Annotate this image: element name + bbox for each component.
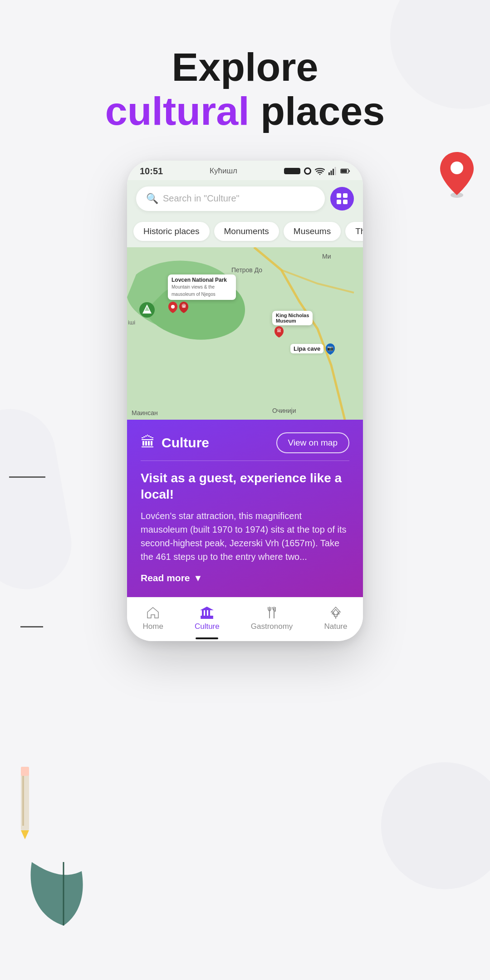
- culture-card-header: 🏛 Culture View on map: [141, 432, 349, 453]
- status-indicators: [284, 167, 350, 175]
- pin-lovcen-name: Lovcen National Park: [172, 277, 227, 283]
- svg-text:Петров До: Петров До: [231, 266, 262, 274]
- culture-icon: [200, 606, 214, 619]
- view-on-map-button[interactable]: View on map: [276, 432, 350, 453]
- svg-rect-14: [337, 193, 341, 198]
- bg-decoration-mid: [0, 402, 78, 597]
- deco-line-left2: [20, 626, 43, 627]
- svg-point-6: [319, 174, 321, 175]
- culture-headline: Visit as a guest, experience like a loca…: [141, 470, 349, 503]
- nav-label-culture: Culture: [195, 622, 220, 631]
- map-area[interactable]: Ми Петров До Очинији Маинсан іші Lovcen …: [127, 247, 363, 420]
- culture-label: Culture: [162, 435, 209, 451]
- chip-monuments[interactable]: Monuments: [214, 222, 279, 241]
- map-pin-museum[interactable]: King Nicholas Museum 🏛: [272, 311, 313, 340]
- nature-icon: [329, 606, 343, 619]
- nav-label-home: Home: [143, 622, 163, 631]
- pin-marker-blue: 📷: [325, 343, 335, 355]
- map-pin-lipa[interactable]: Lipa cave 📷: [290, 343, 335, 355]
- search-placeholder: Search in "Culture": [163, 193, 240, 204]
- deco-pencil: [14, 762, 36, 844]
- culture-divider: [141, 461, 349, 461]
- svg-text:🏛: 🏛: [277, 328, 281, 333]
- svg-rect-10: [334, 167, 336, 175]
- header-black-word: places: [250, 88, 385, 133]
- svg-text:📷: 📷: [327, 345, 333, 351]
- location-pin-decoration: [438, 150, 476, 201]
- svg-marker-4: [21, 830, 29, 839]
- svg-point-24: [171, 305, 175, 309]
- nav-label-gastronomy: Gastronomy: [251, 622, 293, 631]
- nav-item-home[interactable]: Home: [143, 606, 163, 631]
- svg-rect-37: [201, 617, 213, 619]
- deco-line-left: [9, 476, 45, 478]
- pin-museum-name: King Nicholas: [276, 313, 309, 318]
- nav-item-nature[interactable]: Nature: [324, 606, 347, 631]
- status-bar: 10:51 Кућишл: [127, 161, 363, 180]
- deco-leaf: [27, 844, 100, 935]
- svg-rect-34: [205, 610, 207, 616]
- culture-title-row: 🏛 Culture: [141, 434, 209, 451]
- culture-museum-icon: 🏛: [141, 434, 155, 451]
- svg-rect-8: [330, 171, 332, 175]
- category-chips: Historic places Monuments Museums Theatr…: [127, 217, 363, 247]
- svg-point-1: [451, 162, 463, 174]
- status-location: Кућишл: [210, 167, 237, 176]
- svg-text:Очинији: Очинији: [272, 407, 296, 414]
- wifi-icon: [315, 167, 325, 175]
- gastronomy-icon: [265, 606, 279, 619]
- chevron-down-icon: ▼: [194, 573, 203, 583]
- read-more-row[interactable]: Read more ▼: [141, 573, 349, 583]
- pin-marker-red-1: [168, 301, 178, 314]
- chip-museums[interactable]: Museums: [284, 222, 341, 241]
- nav-label-nature: Nature: [324, 622, 347, 631]
- signal-icon: [328, 167, 337, 175]
- map-terrain-svg: Ми Петров До Очинији Маинсан іші: [127, 247, 363, 420]
- header-section: Explore cultural places: [0, 0, 490, 161]
- header-line1: Explore: [36, 45, 454, 89]
- map-mountain-icon: [139, 302, 155, 320]
- map-pin-lovcen[interactable]: Lovcen National Park Mountain views & th…: [168, 274, 236, 314]
- svg-rect-32: [201, 616, 213, 617]
- svg-marker-42: [332, 609, 339, 617]
- svg-rect-17: [343, 200, 348, 204]
- svg-rect-3: [21, 767, 29, 776]
- chip-theatre[interactable]: Theatre: [345, 222, 363, 241]
- svg-rect-13: [341, 169, 347, 172]
- svg-text:Ми: Ми: [322, 253, 331, 260]
- svg-text:🏛: 🏛: [182, 304, 186, 309]
- pill-indicator: [284, 168, 300, 174]
- phone-shell: 10:51 Кућишл: [127, 161, 363, 642]
- status-time: 10:51: [140, 166, 163, 176]
- nav-item-gastronomy[interactable]: Gastronomy: [251, 606, 293, 631]
- svg-rect-33: [202, 610, 204, 616]
- pin-lovcen-subtitle: Mountain views & the mausoleum of Njegos: [172, 284, 216, 297]
- svg-marker-36: [200, 607, 214, 610]
- nav-active-indicator: [196, 637, 218, 639]
- svg-text:Маинсан: Маинсан: [132, 409, 158, 416]
- search-area: 🔍 Search in "Culture": [127, 180, 363, 217]
- chip-historic-places[interactable]: Historic places: [133, 222, 210, 241]
- home-icon: [146, 606, 160, 619]
- culture-card: 🏛 Culture View on map Visit as a guest, …: [127, 420, 363, 598]
- pin-marker-red-2: 🏛: [179, 301, 189, 314]
- pin-lipa-name: Lipa cave: [290, 344, 323, 353]
- culture-body: Lovćen's star attraction, this magnifice…: [141, 509, 349, 564]
- pin-marker-museum: 🏛: [274, 325, 284, 338]
- svg-rect-35: [208, 610, 210, 616]
- search-box[interactable]: 🔍 Search in "Culture": [136, 186, 325, 211]
- phone-mockup: 10:51 Кућишл: [127, 161, 363, 642]
- svg-text:іші: іші: [128, 319, 135, 326]
- read-more-text: Read more: [141, 573, 190, 583]
- pin-museum-name2: Museum: [276, 318, 296, 323]
- header-line2: cultural places: [36, 89, 454, 133]
- svg-rect-12: [348, 170, 350, 172]
- svg-rect-16: [337, 200, 341, 204]
- grid-menu-button[interactable]: [330, 187, 354, 211]
- bottom-nav: Home Culture: [127, 597, 363, 641]
- grid-icon: [336, 192, 348, 205]
- bg-decoration-bottom: [381, 762, 490, 889]
- svg-rect-9: [333, 169, 334, 175]
- svg-rect-2: [21, 767, 29, 830]
- nav-item-culture[interactable]: Culture: [195, 606, 220, 631]
